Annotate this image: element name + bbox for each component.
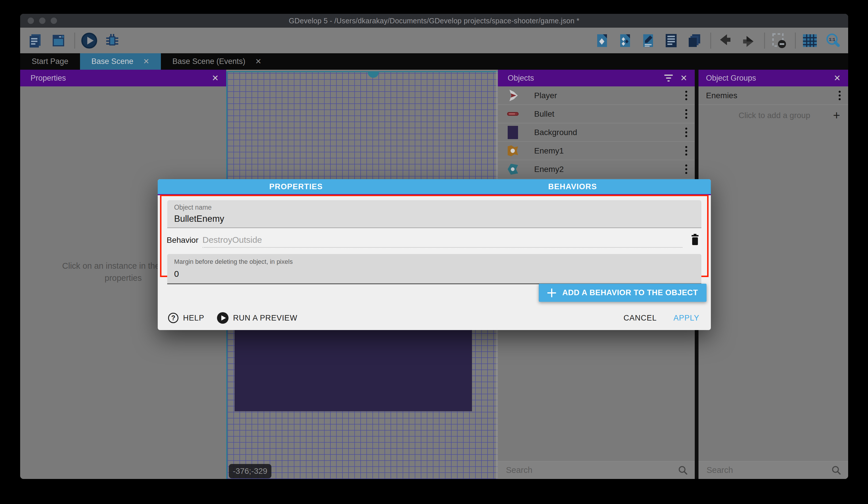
groups-search-input[interactable] <box>706 465 831 475</box>
undo-icon[interactable] <box>717 32 734 49</box>
object-menu-icon[interactable] <box>685 146 687 155</box>
behavior-name-field[interactable]: DestroyOutside <box>203 235 682 248</box>
dialog-tab-behaviors[interactable]: BEHAVIORS <box>434 179 711 194</box>
toolbar-separator <box>74 32 75 49</box>
run-preview-button[interactable]: RUN A PREVIEW <box>217 312 297 324</box>
margin-field[interactable]: Margin before deleting the object, in pi… <box>167 254 701 284</box>
object-groups-panel: Object Groups ✕ Enemies Click to add a g… <box>699 70 848 479</box>
help-icon: ? <box>168 313 178 323</box>
title-bar: GDevelop 5 - /Users/dkarakay/Documents/G… <box>20 14 848 28</box>
objects-panel-header: Objects ✕ <box>498 70 695 87</box>
editor-tab-bar: Start Page Base Scene ✕ Base Scene (Even… <box>20 53 848 70</box>
groups-search-bar <box>699 461 848 479</box>
dialog-tab-properties[interactable]: PROPERTIES <box>158 179 434 194</box>
object-row-background[interactable]: Background <box>498 123 695 142</box>
grid-toggle-icon[interactable] <box>802 32 818 49</box>
tab-label: Base Scene (Events) <box>172 57 246 66</box>
mask-toggle-icon[interactable] <box>771 32 787 49</box>
filter-icon[interactable] <box>664 74 673 81</box>
dialog-tab-bar: PROPERTIES BEHAVIORS <box>158 179 711 194</box>
object-row-player[interactable]: Player <box>498 87 695 105</box>
enemy2-sprite-icon <box>507 162 519 177</box>
add-group-row[interactable]: Click to add a group + <box>699 105 848 126</box>
dialog-actions: ? HELP RUN A PREVIEW CANCEL APPLY <box>168 310 702 326</box>
object-name: Bullet <box>534 109 685 119</box>
project-manager-icon[interactable] <box>27 32 44 49</box>
svg-text:1:1: 1:1 <box>829 37 835 42</box>
object-name: Enemy1 <box>534 146 685 155</box>
minimize-window-icon[interactable] <box>39 18 45 24</box>
group-menu-icon[interactable] <box>839 91 841 100</box>
maximize-window-icon[interactable] <box>51 18 57 24</box>
apply-button[interactable]: APPLY <box>673 314 699 323</box>
behavior-row: Behavior DestroyOutside <box>162 228 707 249</box>
tab-base-scene-events[interactable]: Base Scene (Events) ✕ <box>161 53 273 70</box>
add-behavior-label: ADD A BEHAVIOR TO THE OBJECT <box>562 288 698 297</box>
annotation-red-box: Object name BulletEnemy Behavior Destroy… <box>160 195 709 277</box>
close-window-icon[interactable] <box>28 18 34 24</box>
object-row-enemy1[interactable]: Enemy1 <box>498 142 695 160</box>
tab-start-page[interactable]: Start Page <box>20 53 80 70</box>
object-menu-icon[interactable] <box>685 128 687 137</box>
objects-search-bar <box>498 461 695 479</box>
tab-base-scene[interactable]: Base Scene ✕ <box>80 53 161 70</box>
layers-editor-icon[interactable] <box>686 32 703 49</box>
objects-editor-icon[interactable] <box>594 32 611 49</box>
close-tab-icon[interactable]: ✕ <box>143 57 149 66</box>
group-name: Enemies <box>706 91 839 100</box>
panel-title: Object Groups <box>706 74 826 83</box>
help-label: HELP <box>183 314 204 323</box>
object-menu-icon[interactable] <box>685 164 687 174</box>
search-icon <box>678 465 688 475</box>
window-title: GDevelop 5 - /Users/dkarakay/Documents/G… <box>289 17 580 25</box>
margin-value[interactable]: 0 <box>174 269 694 279</box>
plus-icon <box>547 289 556 297</box>
enemy1-sprite-icon <box>507 144 519 158</box>
object-name-field[interactable]: Object name BulletEnemy <box>167 200 701 228</box>
cursor-coordinates-badge: -376;-329 <box>229 464 271 478</box>
object-name-value[interactable]: BulletEnemy <box>174 214 694 224</box>
objects-search-input[interactable] <box>506 465 678 475</box>
close-panel-icon[interactable]: ✕ <box>680 73 687 83</box>
object-name: Enemy2 <box>534 165 685 174</box>
close-panel-icon[interactable]: ✕ <box>212 73 219 83</box>
tab-label: Start Page <box>32 57 69 66</box>
object-name: Player <box>534 91 685 100</box>
trash-icon <box>690 234 700 245</box>
object-row-enemy2[interactable]: Enemy2 <box>498 160 695 179</box>
search-icon <box>831 465 841 475</box>
delete-behavior-button[interactable] <box>690 234 700 248</box>
start-page-icon[interactable] <box>50 32 67 49</box>
toolbar-separator <box>710 32 711 49</box>
group-row-enemies[interactable]: Enemies <box>699 87 848 105</box>
object-row-bullet[interactable]: Bullet <box>498 105 695 123</box>
player-sprite-icon <box>507 88 519 103</box>
properties-panel-header: Properties ✕ <box>20 70 226 87</box>
redo-icon[interactable] <box>740 32 757 49</box>
object-name-label: Object name <box>174 204 694 211</box>
tab-label: Base Scene <box>92 57 134 66</box>
object-groups-panel-header: Object Groups ✕ <box>699 70 848 87</box>
close-tab-icon[interactable]: ✕ <box>255 57 262 66</box>
add-behavior-button[interactable]: ADD A BEHAVIOR TO THE OBJECT <box>539 284 706 302</box>
play-icon[interactable] <box>81 32 97 49</box>
help-button[interactable]: ? HELP <box>168 313 204 323</box>
object-menu-icon[interactable] <box>685 109 687 119</box>
background-sprite-icon <box>507 125 519 140</box>
object-menu-icon[interactable] <box>685 91 687 100</box>
debugger-icon[interactable] <box>104 32 121 49</box>
bullet-sprite-icon <box>507 107 519 121</box>
toolbar-separator <box>764 32 765 49</box>
zoom-1-1-icon[interactable]: 1:1 <box>825 32 841 49</box>
plus-icon[interactable]: + <box>833 109 840 122</box>
properties-editor-icon[interactable] <box>640 32 657 49</box>
traffic-lights[interactable] <box>28 18 57 24</box>
close-panel-icon[interactable]: ✕ <box>834 73 841 83</box>
run-preview-label: RUN A PREVIEW <box>233 314 297 323</box>
object-groups-editor-icon[interactable] <box>617 32 634 49</box>
cancel-button[interactable]: CANCEL <box>623 314 657 323</box>
object-name: Background <box>534 128 685 137</box>
instances-list-icon[interactable] <box>663 32 680 49</box>
behavior-label: Behavior <box>167 235 199 248</box>
main-toolbar: 1:1 <box>20 28 848 53</box>
